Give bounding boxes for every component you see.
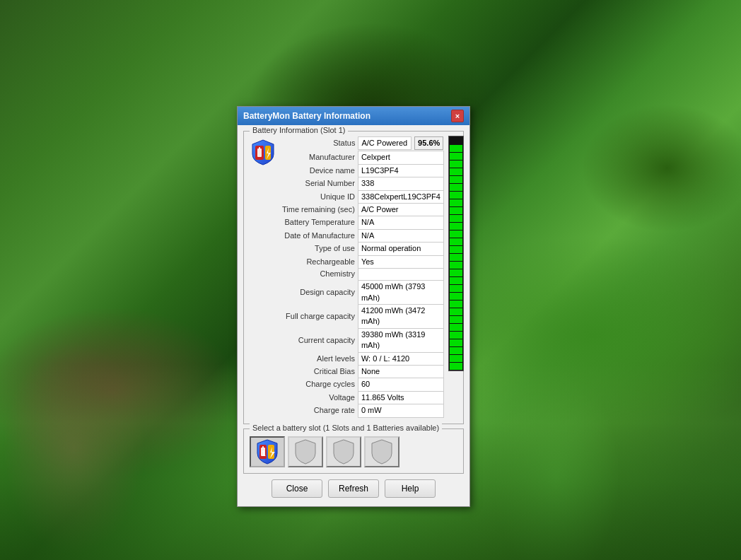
slot-button-3[interactable] [326, 436, 361, 467]
bar-segment [450, 184, 462, 191]
info-row: Design capacity45000 mWh (3793 mAh) [281, 281, 443, 305]
bar-segment [450, 215, 462, 222]
bar-segment [450, 355, 462, 362]
field-label: Manufacturer [281, 151, 358, 164]
field-label: Critical Bias [281, 366, 358, 378]
help-button[interactable]: Help [385, 479, 436, 498]
info-row: ManufacturerCelxpert [281, 151, 443, 164]
percent-badge: 95.6% [414, 136, 443, 150]
bar-segment [450, 347, 462, 354]
field-value: Celxpert [358, 151, 443, 164]
window-content: Battery Information (Slot 1) [238, 125, 469, 506]
field-label: Serial Number [281, 177, 358, 190]
bar-segment [450, 207, 462, 214]
close-window-button[interactable]: × [451, 110, 464, 122]
field-value: 41200 mWh (3472 mAh) [358, 305, 443, 329]
bar-segment [450, 137, 462, 144]
field-value: N/A [358, 229, 443, 242]
field-label: Rechargeable [281, 255, 358, 268]
info-row: Charge rate0 mW [281, 404, 443, 417]
bar-segment [450, 316, 462, 323]
field-value: 11.865 Volts [358, 391, 443, 404]
field-value: 39380 mWh (3319 mAh) [358, 328, 443, 352]
field-label: Charge rate [281, 404, 358, 417]
info-row: Date of ManufactureN/A [281, 229, 443, 242]
field-label: Battery Temperature [281, 216, 358, 229]
bar-segment [450, 161, 462, 168]
info-row: Serial Number338 [281, 177, 443, 190]
field-label: Time remaining (sec) [281, 203, 358, 216]
slot-button-1[interactable]: 1 [250, 436, 285, 467]
slot-button-4[interactable] [364, 436, 399, 467]
field-value: Yes [358, 255, 443, 268]
bar-segment [450, 238, 462, 245]
bar-segment [450, 269, 462, 276]
field-label: Type of use [281, 243, 358, 255]
battery-info-inner: StatusA/C Powered95.6%ManufacturerCelxpe… [250, 136, 457, 418]
bar-segment [450, 176, 462, 183]
svg-text:1: 1 [262, 450, 266, 457]
field-label: Charge cycles [281, 378, 358, 391]
field-value: A/C Power [358, 203, 443, 216]
battery-bar-col [448, 136, 464, 418]
field-label: Unique ID [281, 190, 358, 203]
battery-bar [448, 136, 464, 371]
bar-segment [450, 231, 462, 238]
field-label: Chemistry [281, 268, 358, 280]
field-value: Normal operation [358, 243, 443, 255]
info-row: Device nameL19C3PF4 [281, 164, 443, 177]
slot-selector-group: Select a battery slot (1 Slots and 1 Bat… [243, 428, 464, 474]
info-row: Current capacity39380 mWh (3319 mAh) [281, 328, 443, 352]
field-label: Full charge capacity [281, 305, 358, 329]
field-label: Current capacity [281, 328, 358, 352]
bar-segment [450, 223, 462, 230]
field-label: Device name [281, 164, 358, 177]
info-row: Chemistry [281, 268, 443, 280]
info-row: Voltage11.865 Volts [281, 391, 443, 404]
battery-app-icon [250, 139, 276, 165]
bar-segment [450, 168, 462, 175]
bar-segment [450, 285, 462, 292]
bar-segment [450, 293, 462, 300]
bar-segment [450, 246, 462, 253]
slot-buttons-row: 1 [250, 433, 457, 467]
title-bar: BatteryMon Battery Information × [238, 107, 469, 125]
field-label: Design capacity [281, 281, 358, 305]
field-label: Alert levels [281, 352, 358, 365]
field-value [358, 268, 443, 280]
close-button[interactable]: Close [272, 479, 322, 498]
info-row: Battery TemperatureN/A [281, 216, 443, 229]
field-value: W: 0 / L: 4120 [358, 352, 443, 365]
field-value: 338 [358, 177, 443, 190]
field-value: 338CelxpertL19C3PF4 [358, 190, 443, 203]
bar-segment [450, 332, 462, 339]
bar-segment [450, 324, 462, 331]
battery-group-label: Battery Information (Slot 1) [250, 126, 348, 134]
info-table: StatusA/C Powered95.6%ManufacturerCelxpe… [281, 136, 444, 418]
info-row: Full charge capacity41200 mWh (3472 mAh) [281, 305, 443, 329]
refresh-button[interactable]: Refresh [328, 479, 379, 498]
battery-icon-col [250, 136, 276, 418]
info-row: Time remaining (sec)A/C Power [281, 203, 443, 216]
field-value: L19C3PF4 [358, 164, 443, 177]
info-row: StatusA/C Powered95.6% [281, 136, 443, 151]
bar-segment [450, 308, 462, 315]
battery-info-group: Battery Information (Slot 1) [243, 131, 464, 424]
field-value: 60 [358, 378, 443, 391]
info-row: Unique ID338CelxpertL19C3PF4 [281, 190, 443, 203]
svg-rect-3 [259, 147, 260, 149]
field-value: 0 mW [358, 404, 443, 417]
field-value: None [358, 366, 443, 378]
field-label: Date of Manufacture [281, 229, 358, 242]
slot-button-2[interactable] [288, 436, 323, 467]
bar-segment [450, 145, 462, 152]
battery-info-window: BatteryMon Battery Information × Battery… [237, 106, 470, 507]
bar-segment [450, 262, 462, 269]
bar-segment [450, 339, 462, 346]
slot-group-label: Select a battery slot (1 Slots and 1 Bat… [250, 424, 442, 432]
bar-segment [450, 301, 462, 308]
info-table-col: StatusA/C Powered95.6%ManufacturerCelxpe… [281, 136, 444, 418]
field-label: Voltage [281, 391, 358, 404]
status-field: A/C Powered [358, 136, 412, 150]
info-row: Critical BiasNone [281, 366, 443, 378]
